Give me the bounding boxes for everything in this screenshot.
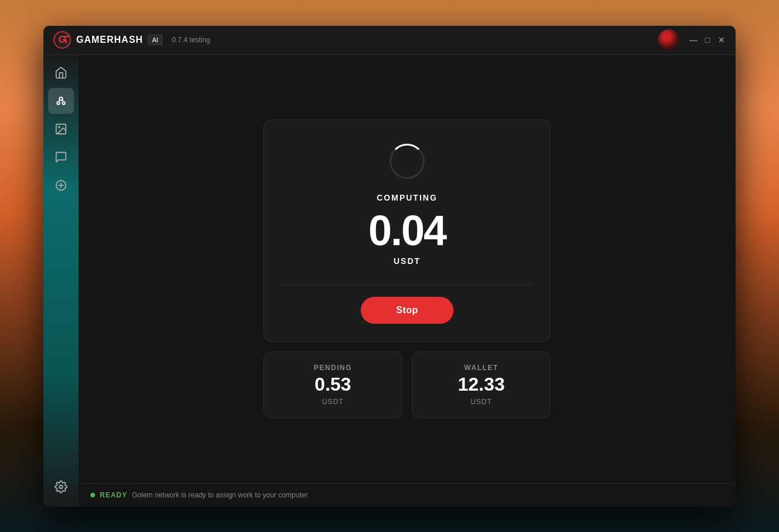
settings-icon (55, 480, 67, 493)
stop-button[interactable]: Stop (361, 297, 453, 324)
card-divider (282, 284, 533, 285)
sidebar-item-gallery[interactable] (48, 116, 74, 142)
wallet-card: WALLET 12.33 USDT (412, 351, 551, 418)
svg-point-5 (57, 101, 60, 104)
golem-icon (55, 94, 67, 107)
chat-icon (55, 151, 67, 164)
app-version: 0.7.4 testing (172, 36, 210, 44)
wallet-value: 12.33 (458, 374, 504, 395)
ai-badge: AI (148, 35, 162, 45)
maximize-button[interactable]: □ (703, 35, 712, 45)
app-title: GAMERHASH (76, 35, 143, 45)
sidebar (43, 55, 79, 507)
add-icon (55, 179, 67, 192)
sidebar-item-golem[interactable] (48, 88, 74, 114)
avatar-image (658, 29, 679, 50)
titlebar: G GAMERHASH AI 0.7.4 testing — □ ✕ (43, 26, 736, 55)
svg-line-8 (63, 100, 63, 102)
close-button[interactable]: ✕ (717, 35, 726, 45)
stats-row: PENDING 0.53 USDT WALLET 12.33 USDT (263, 351, 551, 418)
computing-status-label: COMPUTING (377, 193, 438, 202)
pending-currency: USDT (322, 398, 344, 406)
logo-area: G GAMERHASH AI 0.7.4 testing (53, 31, 210, 49)
pending-label: PENDING (314, 364, 352, 372)
wallet-currency: USDT (470, 398, 492, 406)
pending-value: 0.53 (314, 374, 351, 395)
status-ready-label: READY (100, 491, 127, 499)
avatar[interactable] (658, 29, 679, 50)
computing-value: 0.04 (368, 209, 446, 252)
main-content: COMPUTING 0.04 USDT Stop PENDING 0.53 US… (79, 55, 736, 483)
spinner-container (390, 144, 425, 179)
minimize-button[interactable]: — (689, 35, 698, 45)
window-controls: — □ ✕ (689, 35, 726, 45)
gallery-icon (55, 123, 67, 135)
computing-card: COMPUTING 0.04 USDT Stop (263, 120, 551, 342)
status-bar: READY Golem network is ready to assign w… (79, 483, 736, 507)
sidebar-item-settings[interactable] (48, 474, 74, 500)
status-dot (90, 493, 95, 497)
home-icon (55, 66, 67, 79)
status-message: Golem network is ready to assign work to… (132, 491, 307, 499)
main-panel: COMPUTING 0.04 USDT Stop PENDING 0.53 US… (79, 55, 736, 507)
computing-currency: USDT (394, 256, 421, 266)
loading-spinner (390, 144, 425, 179)
sidebar-item-chat[interactable] (48, 144, 74, 170)
svg-point-6 (62, 101, 65, 104)
wallet-label: WALLET (464, 364, 498, 372)
content-area: COMPUTING 0.04 USDT Stop PENDING 0.53 US… (43, 55, 736, 507)
svg-point-4 (59, 97, 63, 100)
sidebar-item-home[interactable] (48, 60, 74, 86)
svg-line-7 (59, 100, 59, 102)
pending-card: PENDING 0.53 USDT (263, 351, 402, 418)
svg-point-14 (59, 485, 63, 489)
svg-point-10 (58, 126, 60, 128)
sidebar-item-add[interactable] (48, 172, 74, 198)
main-window: G GAMERHASH AI 0.7.4 testing — □ ✕ (43, 26, 736, 507)
gamerhash-logo-icon: G (53, 31, 72, 49)
